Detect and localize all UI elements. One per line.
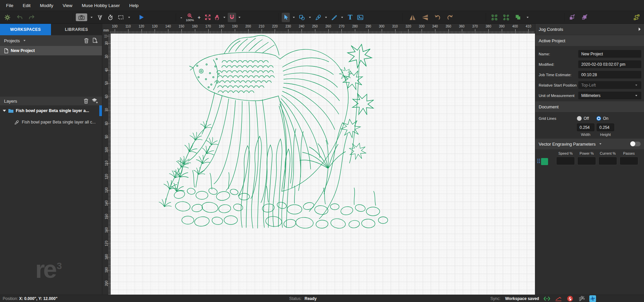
projects-header: Projects (0, 35, 102, 46)
knife-tool-button[interactable] (330, 13, 338, 22)
projects-list-area[interactable] (0, 55, 102, 97)
redo-button[interactable] (28, 13, 36, 22)
current-input[interactable] (598, 157, 617, 165)
marquee-dropdown-caret[interactable] (128, 17, 130, 18)
layer-selected-indicator (99, 105, 102, 116)
v-ruler-number: 140 (105, 199, 108, 207)
rotate-cw-button[interactable] (446, 13, 454, 22)
snap-dropdown-caret[interactable] (238, 17, 240, 18)
lid-status-button[interactable] (555, 296, 562, 301)
ungroup-button[interactable] (502, 13, 510, 22)
ruler-menu-icon[interactable]: ☰ (104, 35, 107, 38)
tab-libraries[interactable]: LIBRARIES (51, 24, 102, 35)
pan-dropdown-caret[interactable] (223, 17, 225, 18)
v-ruler-number: 100 (105, 146, 108, 154)
copy-transform-icon (569, 14, 576, 20)
menu-modify[interactable]: Modify (35, 3, 58, 8)
run-job-button[interactable] (138, 13, 146, 22)
v-ruler-number: 190 (105, 266, 108, 274)
layer-expand-caret[interactable] (3, 110, 6, 112)
zoom-fit-button[interactable] (204, 13, 212, 22)
shapes-tool-button[interactable] (298, 13, 306, 22)
knife-dropdown-caret[interactable] (341, 17, 343, 18)
snap-magnet-button[interactable] (228, 13, 236, 22)
vector-v-icon (97, 14, 103, 20)
project-list-item[interactable]: New Project (0, 46, 102, 55)
projects-dropdown-caret[interactable] (23, 40, 25, 41)
fish-artwork[interactable] (111, 34, 535, 295)
jog-expand-caret[interactable] (639, 28, 641, 31)
camera-dropdown-caret[interactable] (91, 17, 93, 18)
node-edit-button[interactable] (633, 13, 641, 22)
new-project-icon[interactable] (92, 38, 98, 44)
v-ruler-number: 120 (105, 172, 108, 181)
layer-sublayer-row[interactable]: Fish bowl paper Beta single layer all c.… (0, 117, 102, 127)
marquee-icon (118, 14, 124, 20)
settings-gear-button[interactable] (3, 13, 11, 22)
layer-color-swatch[interactable] (541, 158, 548, 165)
copy-transform-button[interactable] (568, 13, 576, 22)
vector-params-caret[interactable] (599, 143, 601, 145)
workspace-grid[interactable] (111, 34, 535, 295)
zoom-out-button[interactable]: - (179, 14, 184, 20)
select-tool-button[interactable] (282, 13, 290, 22)
add-layer-icon[interactable] (92, 98, 98, 104)
grid-off-radio[interactable] (577, 116, 582, 121)
grid-height-input[interactable] (597, 123, 614, 131)
layer-folder-row[interactable]: Fish bowl paper Beta single layer a... (0, 105, 102, 116)
water-status-button[interactable] (567, 295, 573, 302)
delete-project-icon[interactable] (84, 38, 89, 44)
code-connection-icon (543, 296, 550, 301)
grid-width-input[interactable] (577, 123, 594, 131)
jog-controls-header[interactable]: Jog Controls (535, 24, 644, 35)
undo-button[interactable] (15, 13, 23, 22)
passes-input[interactable] (620, 157, 638, 165)
start-position-select[interactable]: Top-Left (578, 81, 641, 89)
flip-horizontal-button[interactable] (409, 13, 417, 22)
vector-params-toggle[interactable] (631, 142, 641, 146)
boolean-union-button[interactable] (514, 13, 522, 22)
paste-transform-button[interactable] (581, 13, 589, 22)
paste-transform-icon (581, 14, 588, 20)
v-ruler-number: 170 (105, 239, 108, 247)
unit-select[interactable]: Millimeters (578, 92, 641, 99)
flip-vertical-button[interactable] (421, 13, 429, 22)
rotate-ccw-button[interactable] (433, 13, 441, 22)
pan-hand-button[interactable] (213, 13, 221, 22)
select-dropdown-caret[interactable] (293, 17, 295, 18)
zoom-level-control[interactable]: 100% (186, 13, 194, 22)
air-assist-button[interactable] (579, 296, 585, 302)
selection-marquee-button[interactable] (117, 13, 125, 22)
grid-size-labels: Width Height (535, 133, 644, 138)
boolean-dropdown-caret[interactable] (527, 17, 529, 18)
menu-file[interactable]: File (1, 3, 18, 8)
pen-dropdown-caret[interactable] (325, 17, 327, 18)
vector-params-header[interactable]: Vector Engraving Parameters (535, 139, 644, 149)
grid-off-label: Off (584, 116, 589, 121)
menu-view[interactable]: View (58, 3, 77, 8)
delete-layer-icon[interactable] (83, 98, 89, 104)
exhaust-fan-button[interactable] (589, 295, 596, 302)
group-button[interactable] (490, 13, 498, 22)
tab-workspaces[interactable]: WORKSPACES (0, 24, 51, 35)
zoom-in-button[interactable]: + (196, 14, 202, 20)
menu-edit[interactable]: Edit (18, 3, 35, 8)
pen-tool-button[interactable] (314, 13, 322, 22)
grid-lines-label: Grid Lines (539, 116, 577, 120)
v-ruler-number: 180 (105, 253, 108, 261)
timer-button[interactable] (106, 13, 114, 22)
speed-input[interactable] (556, 157, 575, 165)
text-tool-button[interactable]: T (346, 13, 354, 22)
power-input[interactable] (577, 157, 596, 165)
connection-status-button[interactable] (543, 296, 550, 301)
menu-help[interactable]: Help (124, 3, 143, 8)
param-row-drag-handle[interactable] (537, 159, 540, 163)
menu-muse-hobby-laser[interactable]: Muse Hobby Laser (77, 3, 124, 8)
grid-on-radio[interactable] (596, 116, 601, 121)
image-tool-button[interactable] (356, 13, 364, 22)
project-name-field[interactable]: New Project (578, 50, 641, 58)
vector-trace-button[interactable] (96, 13, 104, 22)
camera-capture-button[interactable] (76, 13, 87, 22)
shapes-dropdown-caret[interactable] (309, 17, 311, 18)
text-t-icon: T (348, 14, 352, 20)
